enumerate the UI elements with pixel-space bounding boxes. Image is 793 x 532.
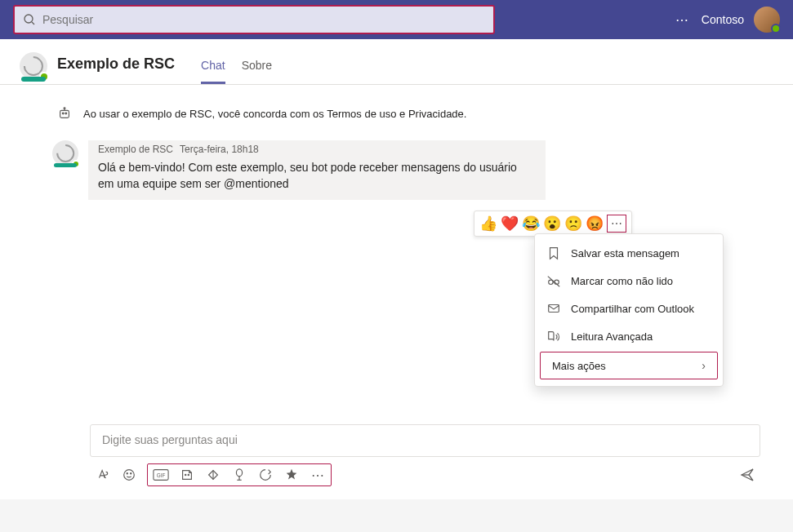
svg-point-20 bbox=[236, 469, 242, 477]
menu-unread-label: Marcar como não lido bbox=[571, 275, 673, 287]
svg-point-14 bbox=[131, 473, 131, 474]
bot-icon bbox=[57, 106, 72, 121]
search-box[interactable] bbox=[13, 5, 495, 34]
menu-share-outlook[interactable]: Compartilhar com Outlook bbox=[535, 295, 723, 322]
format-icon[interactable] bbox=[95, 467, 111, 483]
extension-icon-4[interactable] bbox=[283, 467, 300, 483]
message-avatar bbox=[52, 140, 78, 166]
reaction-sad[interactable]: 🙁 bbox=[564, 215, 581, 232]
chat-area: Ao usar o exemplo de RSC, você concorda … bbox=[0, 85, 793, 499]
message-author: Exemplo de RSC bbox=[98, 144, 173, 155]
consent-text: Ao usar o exemplo de RSC, você concorda … bbox=[83, 108, 466, 120]
sticker-icon[interactable] bbox=[179, 467, 195, 483]
svg-line-10 bbox=[548, 277, 559, 287]
reaction-more-button[interactable]: ⋯ bbox=[607, 215, 626, 233]
chat-title: Exemplo de RSC bbox=[57, 52, 175, 73]
emoji-icon[interactable] bbox=[121, 467, 137, 483]
presence-indicator bbox=[771, 24, 781, 33]
chat-header: Exemplo de RSC Chat Sobre bbox=[0, 39, 793, 85]
menu-more-actions[interactable]: Mais ações › bbox=[540, 352, 718, 379]
svg-point-3 bbox=[62, 113, 64, 114]
svg-rect-11 bbox=[549, 305, 559, 313]
reaction-angry[interactable]: 😡 bbox=[586, 215, 602, 232]
menu-save-message[interactable]: Salvar esta mensagem bbox=[535, 239, 723, 267]
svg-point-12 bbox=[124, 470, 135, 481]
reaction-laugh[interactable]: 😂 bbox=[522, 215, 538, 232]
mail-icon bbox=[546, 301, 561, 316]
compose-area: Digite suas perguntas aqui GIF bbox=[90, 424, 760, 486]
extension-icon-3[interactable] bbox=[257, 467, 274, 483]
tab-bar: Chat Sobre bbox=[201, 52, 272, 84]
message-content[interactable]: Exemplo de RSC Terça-feira, 18h18 Olá e … bbox=[88, 140, 546, 200]
svg-point-13 bbox=[127, 473, 127, 474]
compose-toolbar: GIF ⋯ bbox=[90, 457, 760, 486]
compose-more-icon[interactable]: ⋯ bbox=[310, 467, 326, 483]
menu-mark-unread[interactable]: Marcar como não lido bbox=[535, 267, 723, 295]
org-label: Contoso bbox=[702, 13, 744, 26]
title-bar: ⋯ Contoso bbox=[0, 0, 793, 39]
extension-icon-1[interactable] bbox=[205, 467, 221, 483]
chevron-right-icon: › bbox=[702, 359, 706, 372]
svg-point-0 bbox=[25, 15, 33, 23]
message-body: Olá e bem-vindo! Com este exemplo, seu b… bbox=[88, 157, 546, 200]
message-timestamp: Terça-feira, 18h18 bbox=[180, 144, 259, 155]
bookmark-icon bbox=[546, 246, 561, 260]
glasses-icon bbox=[546, 273, 561, 288]
reaction-like[interactable]: 👍 bbox=[479, 215, 496, 232]
gif-icon[interactable]: GIF bbox=[153, 467, 169, 483]
menu-save-label: Salvar esta mensagem bbox=[571, 247, 679, 259]
svg-point-18 bbox=[188, 474, 189, 475]
tab-about[interactable]: Sobre bbox=[242, 52, 272, 84]
menu-immersive-label: Leitura Avançada bbox=[571, 330, 653, 343]
extension-tools-group: GIF ⋯ bbox=[147, 463, 332, 486]
bot-avatar bbox=[20, 52, 47, 80]
menu-immersive-reader[interactable]: Leitura Avançada bbox=[535, 322, 723, 350]
search-input[interactable] bbox=[42, 13, 485, 26]
immersive-reader-icon bbox=[546, 329, 561, 344]
svg-point-4 bbox=[65, 113, 67, 114]
more-button[interactable]: ⋯ bbox=[672, 9, 692, 31]
extension-icon-2[interactable] bbox=[231, 467, 247, 483]
user-avatar[interactable] bbox=[754, 7, 780, 33]
message-context-menu: Salvar esta mensagem Marcar como não lid… bbox=[534, 233, 724, 387]
tab-chat[interactable]: Chat bbox=[201, 52, 225, 84]
svg-rect-2 bbox=[60, 110, 69, 117]
search-icon bbox=[23, 13, 36, 26]
message-row: Exemplo de RSC Terça-feira, 18h18 Olá e … bbox=[52, 140, 773, 200]
menu-share-label: Compartilhar com Outlook bbox=[571, 303, 694, 315]
send-button[interactable] bbox=[739, 467, 755, 483]
svg-text:GIF: GIF bbox=[157, 472, 166, 478]
compose-input[interactable]: Digite suas perguntas aqui bbox=[90, 424, 760, 457]
menu-more-label: Mais ações bbox=[552, 360, 606, 372]
reaction-surprised[interactable]: 😮 bbox=[543, 215, 559, 232]
reaction-heart[interactable]: ❤️ bbox=[501, 215, 517, 232]
consent-notice: Ao usar o exemplo de RSC, você concorda … bbox=[57, 106, 773, 121]
svg-line-1 bbox=[32, 22, 34, 24]
svg-point-17 bbox=[185, 474, 186, 475]
